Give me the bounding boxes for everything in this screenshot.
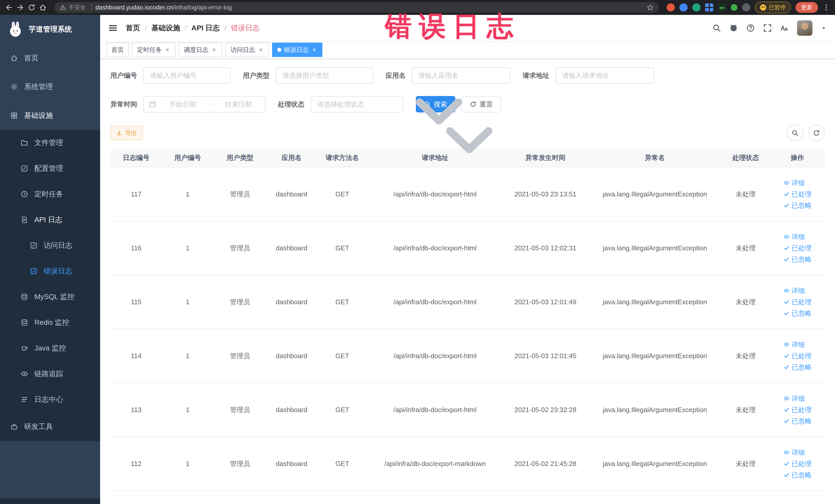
detail-link[interactable]: 详细 bbox=[783, 394, 805, 403]
mark-ignored-link[interactable]: 已忽略 bbox=[783, 309, 812, 318]
mark-ignored-link[interactable]: 已忽略 bbox=[783, 470, 812, 480]
extension-icon-1[interactable] bbox=[667, 3, 675, 12]
check-icon bbox=[783, 245, 790, 251]
extension-icon-6[interactable] bbox=[731, 4, 737, 11]
col-log-id: 日志编号 bbox=[110, 148, 162, 167]
refresh-icon bbox=[813, 129, 820, 137]
browser-update-button[interactable]: 更新 bbox=[795, 2, 818, 13]
sidebar-item-system-management[interactable]: 系统管理 bbox=[0, 73, 100, 101]
list-icon bbox=[21, 396, 28, 403]
check-icon bbox=[783, 472, 790, 478]
cell-request-url: /api/infra/db-doc/export-html bbox=[368, 167, 502, 221]
close-icon[interactable] bbox=[211, 47, 217, 53]
bookmark-star-icon[interactable] bbox=[647, 4, 654, 11]
cell-exception-time: 2021-05-03 12:01:45 bbox=[502, 329, 589, 383]
search-button[interactable]: 搜索 bbox=[416, 96, 455, 113]
tag-access-log[interactable]: 访问日志 bbox=[225, 43, 269, 57]
fullscreen-icon[interactable] bbox=[763, 24, 772, 32]
cell-status: 未处理 bbox=[721, 329, 770, 383]
sidebar-item-log-center[interactable]: 日志中心 bbox=[0, 387, 100, 412]
sidebar-item-home[interactable]: 首页 bbox=[0, 44, 100, 73]
browser-menu-icon[interactable] bbox=[823, 4, 830, 11]
start-date-placeholder: 开始日期 bbox=[161, 100, 204, 109]
page-content: 用户编号 用户类型 应用名 请求 bbox=[100, 59, 835, 504]
eye-icon bbox=[783, 234, 790, 240]
cell-exception-name: java.lang.IllegalArgumentException bbox=[589, 383, 721, 437]
breadcrumb-infrastructure[interactable]: 基础设施 bbox=[151, 23, 180, 33]
extension-icon-4[interactable] bbox=[705, 3, 713, 12]
mark-processed-link[interactable]: 已处理 bbox=[783, 405, 812, 415]
sidebar-item-api-logs[interactable]: API 日志 bbox=[0, 207, 100, 233]
github-icon[interactable] bbox=[729, 24, 738, 32]
extension-on-badge[interactable]: on bbox=[718, 3, 726, 12]
extension-icon-3[interactable] bbox=[692, 3, 700, 12]
breadcrumb-api-logs[interactable]: API 日志 bbox=[191, 23, 220, 33]
mark-ignored-link[interactable]: 已忽略 bbox=[783, 363, 812, 372]
reset-button[interactable]: 重置 bbox=[462, 96, 501, 113]
export-button[interactable]: 导出 bbox=[110, 126, 143, 140]
mark-processed-link[interactable]: 已处理 bbox=[783, 243, 812, 253]
detail-link[interactable]: 详细 bbox=[783, 340, 805, 349]
screen: 不安全 dashboard.yudao.iocoder.cn/infra/log… bbox=[0, 0, 835, 504]
process-status-select[interactable] bbox=[311, 97, 403, 112]
security-label[interactable]: 不安全 bbox=[69, 4, 86, 11]
forward-icon[interactable] bbox=[16, 4, 24, 11]
sidebar-item-tracing[interactable]: 链路追踪 bbox=[0, 361, 100, 387]
tag-home[interactable]: 首页 bbox=[106, 43, 129, 57]
col-method: 请求方法名 bbox=[317, 148, 368, 167]
mark-ignored-link[interactable]: 已忽略 bbox=[783, 417, 812, 426]
toggle-search-button[interactable] bbox=[787, 125, 803, 141]
close-icon[interactable] bbox=[164, 47, 170, 53]
mark-processed-link[interactable]: 已处理 bbox=[783, 459, 812, 468]
mark-processed-link[interactable]: 已处理 bbox=[783, 189, 812, 199]
chevron-up-icon bbox=[84, 113, 90, 119]
sidebar-item-java-monitor[interactable]: Java 监控 bbox=[0, 335, 100, 361]
browser-home-icon[interactable] bbox=[39, 4, 47, 11]
mark-processed-link[interactable]: 已处理 bbox=[783, 297, 812, 306]
detail-link[interactable]: 详细 bbox=[783, 178, 805, 187]
back-icon[interactable] bbox=[5, 4, 13, 11]
help-icon[interactable] bbox=[746, 24, 755, 32]
refresh-table-button[interactable] bbox=[808, 125, 825, 141]
close-icon[interactable] bbox=[311, 47, 317, 53]
sidebar-collapse-bar[interactable] bbox=[0, 498, 100, 504]
app-name-input[interactable] bbox=[412, 68, 510, 83]
search-icon[interactable] bbox=[712, 24, 721, 32]
reload-icon[interactable] bbox=[28, 4, 36, 11]
cell-request-url: /api/infra/db-doc/export-html bbox=[368, 275, 502, 329]
mark-ignored-link[interactable]: 已忽略 bbox=[783, 255, 812, 264]
request-url-input[interactable] bbox=[556, 68, 653, 83]
breadcrumb-home[interactable]: 首页 bbox=[126, 23, 140, 33]
extension-icon-2[interactable] bbox=[679, 3, 688, 12]
mark-ignored-link[interactable]: 已忽略 bbox=[783, 201, 812, 210]
cell-user-id: 1 bbox=[162, 275, 213, 329]
user-id-input[interactable] bbox=[144, 68, 230, 83]
table-row: 116 1 管理员 dashboard GET /api/infra/db-do… bbox=[110, 221, 825, 275]
user-avatar[interactable] bbox=[797, 20, 812, 36]
extensions-puzzle-icon[interactable] bbox=[742, 3, 750, 12]
caret-down-icon[interactable] bbox=[821, 25, 827, 31]
cell-exception-time: 2021-05-03 12:01:49 bbox=[502, 275, 589, 329]
tag-scheduled-jobs[interactable]: 定时任务 bbox=[132, 43, 176, 57]
cell-user-type: 管理员 bbox=[213, 329, 267, 383]
close-icon[interactable] bbox=[258, 47, 264, 53]
font-size-icon[interactable] bbox=[780, 24, 789, 32]
sidebar-item-dev-tools[interactable]: 研发工具 bbox=[0, 412, 100, 441]
cell-request-url: /api/infra/db-doc/export-html bbox=[368, 221, 502, 275]
detail-link[interactable]: 详细 bbox=[783, 448, 805, 457]
address-bar[interactable]: 不安全 dashboard.yudao.iocoder.cn/infra/log… bbox=[55, 2, 659, 13]
profile-paused-badge[interactable]: 已暂停 bbox=[755, 2, 791, 13]
app-logo[interactable]: 芋道管理系统 bbox=[0, 15, 100, 44]
hamburger-icon[interactable] bbox=[108, 23, 118, 33]
coffee-cup-icon bbox=[21, 344, 28, 352]
detail-link[interactable]: 详细 bbox=[783, 232, 805, 241]
user-type-select[interactable] bbox=[276, 68, 373, 83]
clock-icon bbox=[21, 190, 28, 198]
detail-link[interactable]: 详细 bbox=[783, 286, 805, 295]
sidebar-item-redis-monitor[interactable]: Redis 监控 bbox=[0, 310, 100, 335]
tag-dispatch-log[interactable]: 调度日志 bbox=[179, 43, 222, 57]
col-app-name: 应用名 bbox=[266, 148, 317, 167]
mark-processed-link[interactable]: 已处理 bbox=[783, 351, 812, 361]
exception-time-range-picker[interactable]: 开始日期 - 结束日期 bbox=[143, 96, 265, 113]
tag-error-log[interactable]: 错误日志 bbox=[272, 43, 322, 57]
